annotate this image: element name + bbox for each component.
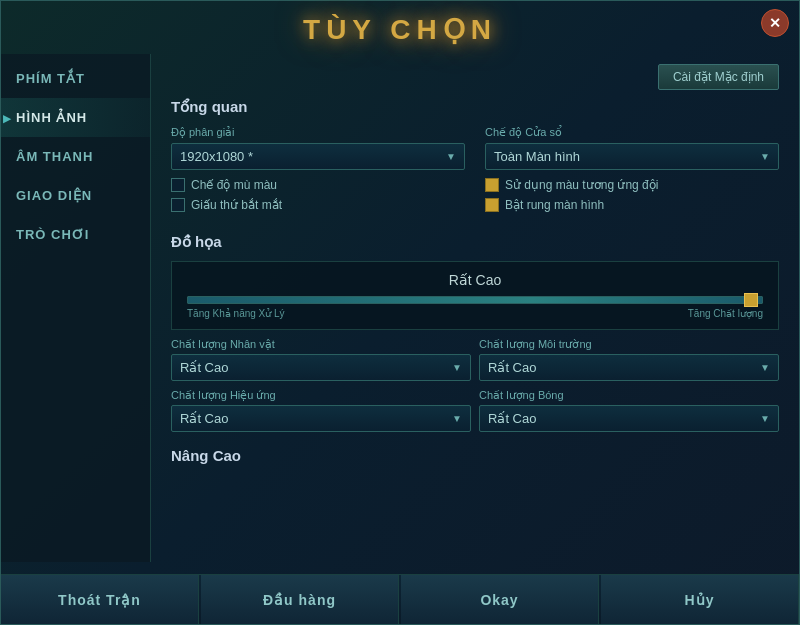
slider-container <box>187 296 763 304</box>
modal-overlay: TÙY CHỌN ✕ PHÍM TẮT HÌNH ẢNH ÂM THANH GI… <box>0 0 800 625</box>
sidebar-item-phim-tat[interactable]: PHÍM TẮT <box>1 59 150 98</box>
hieu-ung-select[interactable]: Rất Cao ▼ <box>171 405 471 432</box>
tong-quan-title: Tổng quan <box>171 98 779 116</box>
section-header: Cài đặt Mặc định <box>171 64 779 90</box>
bong-arrow-icon: ▼ <box>760 413 770 424</box>
color-blind-row: Chế độ mù màu <box>171 178 465 192</box>
title-bar: TÙY CHỌN ✕ <box>1 1 799 54</box>
team-color-checkbox[interactable] <box>485 178 499 192</box>
moi-truong-arrow-icon: ▼ <box>760 362 770 373</box>
sidebar: PHÍM TẮT HÌNH ẢNH ÂM THANH GIAO DIỆN TRÒ… <box>1 54 151 562</box>
moi-truong-field: Chất lượng Môi trường Rất Cao ▼ <box>479 338 779 381</box>
hide-distracting-row: Giấu thứ bắt mắt <box>171 198 465 212</box>
resolution-arrow-icon: ▼ <box>446 151 456 162</box>
moi-truong-label: Chất lượng Môi trường <box>479 338 779 351</box>
bottom-bar: Thoát Trận Đầu hàng Okay Hủy <box>1 574 799 624</box>
window-mode-label: Chế độ Cửa sổ <box>485 126 779 139</box>
resolution-row: Độ phân giải 1920x1080 * ▼ Chế độ Cửa sổ… <box>171 126 779 170</box>
window-mode-value: Toàn Màn hình <box>494 149 580 164</box>
dau-hang-button[interactable]: Đầu hàng <box>201 575 399 624</box>
quality-center-label: Rất Cao <box>187 272 763 288</box>
quality-grid: Chất lượng Nhân vật Rất Cao ▼ Chất lượng… <box>171 338 779 432</box>
graphics-title: Đồ họa <box>171 233 779 251</box>
okay-button[interactable]: Okay <box>401 575 599 624</box>
graphics-section: Đồ họa Rất Cao Tăng Khả năng Xử Lý Tăng … <box>171 233 779 432</box>
sidebar-item-tro-choi[interactable]: TRÒ CHƠI <box>1 215 150 254</box>
screen-shake-row: Bật rung màn hình <box>485 198 779 212</box>
resolution-value: 1920x1080 * <box>180 149 253 164</box>
default-settings-button[interactable]: Cài đặt Mặc định <box>658 64 779 90</box>
moi-truong-select[interactable]: Rất Cao ▼ <box>479 354 779 381</box>
nhan-vat-select[interactable]: Rất Cao ▼ <box>171 354 471 381</box>
checkboxes-right: Sử dụng màu tương ứng đội Bật rung màn h… <box>485 178 779 218</box>
graphics-quality-box: Rất Cao Tăng Khả năng Xử Lý Tăng Chất lư… <box>171 261 779 330</box>
moi-truong-value: Rất Cao <box>488 360 536 375</box>
nhan-vat-arrow-icon: ▼ <box>452 362 462 373</box>
window-mode-arrow-icon: ▼ <box>760 151 770 162</box>
checkboxes-left: Chế độ mù màu Giấu thứ bắt mắt <box>171 178 465 218</box>
hieu-ung-value: Rất Cao <box>180 411 228 426</box>
bong-value: Rất Cao <box>488 411 536 426</box>
sidebar-item-am-thanh[interactable]: ÂM THANH <box>1 137 150 176</box>
slider-labels: Tăng Khả năng Xử Lý Tăng Chất lượng <box>187 308 763 319</box>
nhan-vat-value: Rất Cao <box>180 360 228 375</box>
hieu-ung-field: Chất lượng Hiệu ứng Rất Cao ▼ <box>171 389 471 432</box>
advanced-title: Nâng Cao <box>171 447 779 464</box>
screen-shake-label: Bật rung màn hình <box>505 198 604 212</box>
checkboxes-row: Chế độ mù màu Giấu thứ bắt mắt Sử dụng m… <box>171 178 779 218</box>
slider-label-right: Tăng Chất lượng <box>688 308 763 319</box>
nhan-vat-field: Chất lượng Nhân vật Rất Cao ▼ <box>171 338 471 381</box>
team-color-label: Sử dụng màu tương ứng đội <box>505 178 658 192</box>
bong-field: Chất lượng Bóng Rất Cao ▼ <box>479 389 779 432</box>
hieu-ung-arrow-icon: ▼ <box>452 413 462 424</box>
resolution-col: Độ phân giải 1920x1080 * ▼ <box>171 126 465 170</box>
sidebar-item-giao-dien[interactable]: GIAO DIỆN <box>1 176 150 215</box>
bong-select[interactable]: Rất Cao ▼ <box>479 405 779 432</box>
hieu-ung-label: Chất lượng Hiệu ứng <box>171 389 471 402</box>
slider-thumb[interactable] <box>744 293 758 307</box>
hide-distracting-checkbox[interactable] <box>171 198 185 212</box>
window-mode-col: Chế độ Cửa sổ Toàn Màn hình ▼ <box>485 126 779 170</box>
modal-body: PHÍM TẮT HÌNH ẢNH ÂM THANH GIAO DIỆN TRÒ… <box>1 54 799 562</box>
huy-button[interactable]: Hủy <box>601 575 799 624</box>
hide-distracting-label: Giấu thứ bắt mắt <box>191 198 282 212</box>
content-area: Cài đặt Mặc định Tổng quan Độ phân giải … <box>151 54 799 562</box>
modal-title: TÙY CHỌN <box>1 13 799 46</box>
slider-track[interactable] <box>187 296 763 304</box>
color-blind-label: Chế độ mù màu <box>191 178 277 192</box>
thoat-tran-button[interactable]: Thoát Trận <box>1 575 199 624</box>
resolution-select[interactable]: 1920x1080 * ▼ <box>171 143 465 170</box>
team-color-row: Sử dụng màu tương ứng đội <box>485 178 779 192</box>
screen-shake-checkbox[interactable] <box>485 198 499 212</box>
advanced-section: Nâng Cao <box>171 447 779 464</box>
window-mode-select[interactable]: Toàn Màn hình ▼ <box>485 143 779 170</box>
resolution-label: Độ phân giải <box>171 126 465 139</box>
sidebar-item-hinh-anh[interactable]: HÌNH ẢNH <box>1 98 150 137</box>
close-button[interactable]: ✕ <box>761 9 789 37</box>
slider-label-left: Tăng Khả năng Xử Lý <box>187 308 285 319</box>
color-blind-checkbox[interactable] <box>171 178 185 192</box>
nhan-vat-label: Chất lượng Nhân vật <box>171 338 471 351</box>
bong-label: Chất lượng Bóng <box>479 389 779 402</box>
